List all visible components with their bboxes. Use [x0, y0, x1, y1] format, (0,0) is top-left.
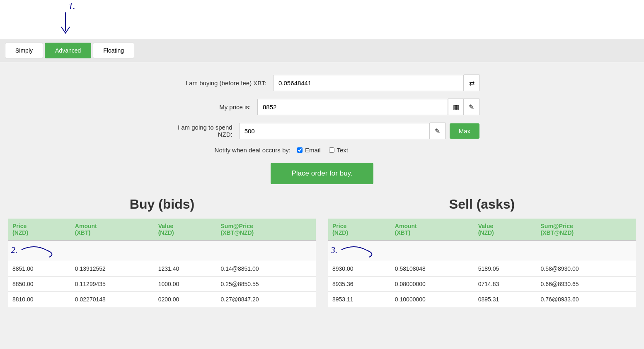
- sell-amount-1: 0.58108048: [391, 261, 474, 277]
- main-content: I am buying (before fee) XBT: ⇄ My price…: [0, 62, 644, 315]
- buy-table: Price(NZD) Amount(XBT) Value(NZD) Sum@Pr…: [8, 219, 316, 307]
- sell-value-1: 5189.05: [474, 261, 537, 277]
- buying-row: I am buying (before fee) XBT: ⇄: [165, 75, 479, 91]
- svg-text:1.: 1.: [68, 1, 75, 11]
- sell-amount-3: 0.10000000: [391, 292, 474, 307]
- buy-panel: Buy (bids) Price(NZD) Amount(XBT) Value(…: [8, 197, 316, 307]
- place-order-row: Place order for buy.: [165, 163, 479, 184]
- sell-title: Sell (asks): [328, 197, 636, 212]
- notify-email-checkbox[interactable]: [297, 147, 303, 153]
- price-label: My price is:: [165, 103, 257, 111]
- buying-label: I am buying (before fee) XBT:: [165, 79, 273, 87]
- sell-price-2: 8935.36: [328, 277, 391, 292]
- buy-price-2: 8850.00: [8, 277, 71, 292]
- tab-floating[interactable]: Floating: [93, 43, 134, 58]
- buy-amount-3: 0.02270148: [71, 292, 154, 307]
- buy-value-2: 1000.00: [154, 277, 217, 292]
- svg-text:2.: 2.: [11, 245, 18, 255]
- spend-input[interactable]: [239, 123, 430, 139]
- notify-label: Notify when deal occurs by:: [165, 147, 297, 154]
- table-row: 8850.00 0.11299435 1000.00 0.25@8850.55: [8, 277, 316, 292]
- buy-price-1: 8851.00: [8, 261, 71, 277]
- sell-annotation-svg: 3.: [330, 241, 380, 260]
- table-row: 8810.00 0.02270148 0200.00 0.27@8847.20: [8, 292, 316, 307]
- sell-col-price: Price(NZD): [328, 219, 391, 241]
- price-row: My price is: ▦ ✎: [165, 99, 479, 115]
- buy-annotation-svg: 2.: [10, 241, 60, 260]
- buy-col-amount: Amount(XBT): [71, 219, 154, 241]
- buying-input[interactable]: [273, 75, 464, 91]
- buy-annotation-row: 2.: [8, 241, 316, 261]
- sell-amount-2: 0.08000000: [391, 277, 474, 292]
- buy-amount-1: 0.13912552: [71, 261, 154, 277]
- edit-spend-icon-btn[interactable]: ✎: [430, 123, 445, 139]
- sell-panel: Sell (asks) Price(NZD) Amount(XBT) Value…: [328, 197, 636, 307]
- price-input[interactable]: [257, 99, 448, 115]
- order-form: I am buying (before fee) XBT: ⇄ My price…: [165, 75, 479, 184]
- shuffle-icon-btn[interactable]: ⇄: [464, 75, 479, 91]
- sell-value-3: 0895.31: [474, 292, 537, 307]
- sell-sum-1: 0.58@8930.00: [537, 261, 636, 277]
- table-row: 8930.00 0.58108048 5189.05 0.58@8930.00: [328, 261, 636, 277]
- notify-text-option[interactable]: Text: [329, 147, 349, 154]
- spend-row: I am going to spend NZD: ✎ Max: [165, 123, 479, 139]
- sell-price-3: 8953.11: [328, 292, 391, 307]
- price-input-group: ▦ ✎: [257, 99, 479, 115]
- svg-text:3.: 3.: [330, 245, 338, 255]
- sell-table-header-row: Price(NZD) Amount(XBT) Value(NZD) Sum@Pr…: [328, 219, 636, 241]
- notify-email-label: Email: [305, 147, 321, 154]
- notify-text-label: Text: [337, 147, 349, 154]
- edit-price-icon-btn[interactable]: ✎: [464, 99, 479, 115]
- buy-col-value: Value(NZD): [154, 219, 217, 241]
- buy-sum-1: 0.14@8851.00: [217, 261, 316, 277]
- table-row: 8851.00 0.13912552 1231.40 0.14@8851.00: [8, 261, 316, 277]
- sell-sum-2: 0.66@8930.65: [537, 277, 636, 292]
- buy-col-price: Price(NZD): [8, 219, 71, 241]
- tab-simply[interactable]: Simply: [5, 43, 43, 58]
- sell-sum-3: 0.76@8933.60: [537, 292, 636, 307]
- sell-annotation-row: 3.: [328, 241, 636, 261]
- annotation-svg: 1.: [0, 0, 644, 39]
- buying-input-group: ⇄: [273, 75, 479, 91]
- notify-row: Notify when deal occurs by: Email Text: [165, 147, 479, 154]
- sell-table: Price(NZD) Amount(XBT) Value(NZD) Sum@Pr…: [328, 219, 636, 307]
- spend-label: I am going to spend NZD:: [165, 124, 239, 138]
- sell-col-sum: Sum@Price(XBT@NZD): [537, 219, 636, 241]
- table-row: 8935.36 0.08000000 0714.83 0.66@8930.65: [328, 277, 636, 292]
- sell-value-2: 0714.83: [474, 277, 537, 292]
- table-row: 8953.11 0.10000000 0895.31 0.76@8933.60: [328, 292, 636, 307]
- buy-value-1: 1231.40: [154, 261, 217, 277]
- max-button[interactable]: Max: [450, 123, 479, 139]
- buy-col-sum: Sum@Price(XBT@NZD): [217, 219, 316, 241]
- annotation-area: 1.: [0, 0, 644, 39]
- calculator-icon-btn[interactable]: ▦: [448, 99, 464, 115]
- notify-email-option[interactable]: Email: [297, 147, 321, 154]
- buy-title: Buy (bids): [8, 197, 316, 212]
- buy-amount-2: 0.11299435: [71, 277, 154, 292]
- spend-input-group: ✎ Max: [239, 123, 479, 139]
- buy-sum-2: 0.25@8850.55: [217, 277, 316, 292]
- buy-sum-3: 0.27@8847.20: [217, 292, 316, 307]
- table-divider: [316, 197, 328, 307]
- sell-price-1: 8930.00: [328, 261, 391, 277]
- buy-table-header-row: Price(NZD) Amount(XBT) Value(NZD) Sum@Pr…: [8, 219, 316, 241]
- sell-col-amount: Amount(XBT): [391, 219, 474, 241]
- notify-text-checkbox[interactable]: [329, 147, 334, 153]
- tables-section: Buy (bids) Price(NZD) Amount(XBT) Value(…: [0, 197, 644, 307]
- buy-value-3: 0200.00: [154, 292, 217, 307]
- notify-options: Email Text: [297, 147, 348, 154]
- place-order-button[interactable]: Place order for buy.: [271, 163, 373, 184]
- tab-advanced[interactable]: Advanced: [45, 43, 91, 58]
- tabs-bar: Simply Advanced Floating: [0, 39, 644, 62]
- buy-price-3: 8810.00: [8, 292, 71, 307]
- sell-col-value: Value(NZD): [474, 219, 537, 241]
